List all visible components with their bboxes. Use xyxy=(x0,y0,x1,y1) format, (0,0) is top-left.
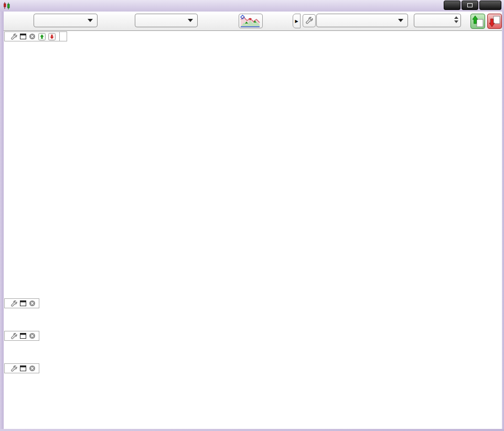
maximize-icon xyxy=(467,3,473,7)
volume-pane-header xyxy=(4,298,39,308)
chart-style-button[interactable] xyxy=(239,14,263,28)
chart-plot-area[interactable] xyxy=(0,0,504,431)
chevron-down-icon xyxy=(88,19,93,22)
timeframe-date xyxy=(33,2,35,10)
detach-window-icon[interactable] xyxy=(20,365,26,371)
candlestick-icon xyxy=(3,2,11,10)
quantity-stepper[interactable] xyxy=(414,14,461,27)
detach-window-icon[interactable] xyxy=(20,333,26,339)
rsi-pane-header xyxy=(4,363,39,373)
window-controls xyxy=(444,1,501,10)
prorealtime-window: { "window": { "title": "ALRAI - GECI AVI… xyxy=(0,0,504,431)
macd-pane-header xyxy=(4,331,39,341)
maximize-button[interactable] xyxy=(462,1,478,10)
wrench-icon[interactable] xyxy=(10,332,17,339)
close-icon[interactable] xyxy=(29,332,36,339)
detach-window-icon[interactable] xyxy=(20,34,26,39)
close-button[interactable] xyxy=(479,1,501,10)
price-up-icon[interactable] xyxy=(38,33,46,40)
price-down-icon[interactable] xyxy=(48,33,56,40)
panel-expander[interactable]: ▶ xyxy=(293,14,301,28)
price-pane-header xyxy=(4,31,67,41)
close-icon[interactable] xyxy=(29,365,36,372)
window-frame-bottom xyxy=(0,429,504,431)
divider xyxy=(59,32,60,41)
chevron-down-icon xyxy=(188,19,193,22)
sell-order-button[interactable] xyxy=(487,14,502,29)
main-toolbar: ▶ xyxy=(0,12,504,31)
units-dropdown[interactable] xyxy=(34,14,98,27)
order-type-dropdown[interactable] xyxy=(316,14,408,27)
close-icon[interactable] xyxy=(29,300,36,307)
close-icon[interactable] xyxy=(29,33,36,40)
wrench-icon[interactable] xyxy=(10,300,17,307)
order-settings-button[interactable] xyxy=(303,14,316,27)
minimize-button[interactable] xyxy=(444,1,460,10)
buy-order-button[interactable] xyxy=(470,14,485,29)
wrench-icon xyxy=(305,16,313,24)
title-bar[interactable] xyxy=(0,0,504,12)
sell-order-icon xyxy=(489,15,500,27)
buy-order-icon xyxy=(472,15,484,27)
chart-style-icon xyxy=(240,15,262,27)
period-dropdown[interactable] xyxy=(135,14,198,27)
window-frame-right xyxy=(502,12,504,431)
detach-window-icon[interactable] xyxy=(20,300,26,306)
wrench-icon[interactable] xyxy=(10,365,17,372)
chevron-down-icon xyxy=(398,19,403,22)
spinner-arrows-icon[interactable] xyxy=(454,16,458,23)
wrench-icon[interactable] xyxy=(10,33,17,40)
window-frame-left xyxy=(0,12,4,431)
